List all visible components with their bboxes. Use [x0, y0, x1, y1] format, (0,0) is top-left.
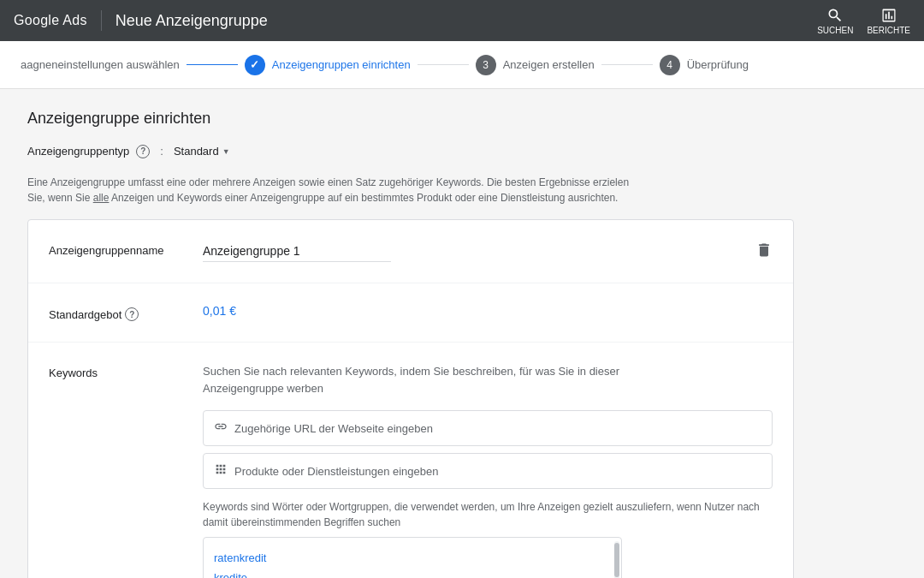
- name-input[interactable]: [203, 241, 391, 262]
- trash-icon: [755, 241, 773, 259]
- search-icon: [826, 7, 844, 24]
- app-header: Google Ads Neue Anzeigengruppe SUCHEN BE…: [0, 0, 924, 41]
- url-placeholder-text: Zugehörige URL der Webseite eingeben: [234, 422, 433, 435]
- bid-field-label: Standardgebot ?: [49, 304, 203, 321]
- description-highlight: alle: [93, 192, 110, 204]
- keywords-textarea[interactable]: ratenkreditkreditekleinkreditgünstige kr…: [203, 537, 622, 578]
- search-button[interactable]: SUCHEN: [817, 7, 853, 35]
- reports-label: BERICHTE: [867, 26, 910, 35]
- connector-1: [187, 64, 238, 65]
- section-title: Anzeigengruppe einrichten: [27, 110, 794, 128]
- keyword-item: kredite: [214, 568, 611, 578]
- step-kampagne: aagneneinstellungen auswählen: [21, 58, 180, 71]
- search-label: SUCHEN: [817, 26, 853, 35]
- page-title: Neue Anzeigengruppe: [116, 12, 268, 30]
- step-anzeigen-label: Anzeigen erstellen: [503, 58, 595, 71]
- keywords-description: Suchen Sie nach relevanten Keywords, ind…: [203, 363, 631, 396]
- name-field-row: Anzeigengruppenname: [28, 220, 793, 283]
- step-anzeigengruppe: Anzeigengruppen einrichten: [245, 55, 411, 75]
- scrollbar-track: [614, 541, 619, 578]
- name-field-label: Anzeigengruppenname: [49, 241, 203, 257]
- step-ueberpruefung-number: 4: [660, 55, 680, 75]
- link-icon: [214, 420, 228, 437]
- step-kampagne-label: aagneneinstellungen auswählen: [21, 58, 180, 71]
- header-divider: [101, 10, 102, 31]
- type-field-label: Anzeigengruppentyp: [27, 145, 129, 158]
- keywords-field-content: Suchen Sie nach relevanten Keywords, ind…: [203, 363, 773, 578]
- url-input-row[interactable]: Zugehörige URL der Webseite eingeben: [203, 410, 773, 446]
- keywords-field-row: Keywords Suchen Sie nach relevanten Keyw…: [28, 343, 793, 578]
- app-logo: Google Ads: [14, 13, 87, 28]
- bid-field-content: 0,01 €: [203, 304, 773, 318]
- description-text: Eine Anzeigengruppe umfasst eine oder me…: [27, 175, 643, 206]
- products-grid-icon: [214, 462, 228, 476]
- step-anzeigen-number: 3: [476, 55, 496, 75]
- keyword-item: ratenkredit: [214, 548, 611, 568]
- main-content: Anzeigengruppe einrichten Anzeigengruppe…: [0, 89, 821, 578]
- step-ueberpruefung-label: Überprüfung: [687, 58, 749, 71]
- products-icon: [214, 462, 228, 480]
- bid-info-icon[interactable]: ?: [125, 307, 139, 321]
- stepper: aagneneinstellungen auswählen Anzeigengr…: [0, 41, 924, 89]
- connector-2: [418, 64, 469, 65]
- step-ueberpruefung: 4 Überprüfung: [660, 55, 749, 75]
- name-field-content: [203, 241, 773, 262]
- scrollbar-thumb: [614, 543, 619, 577]
- reports-icon: [880, 7, 897, 24]
- header-actions: SUCHEN BERICHTE: [817, 7, 910, 35]
- type-info-icon[interactable]: ?: [136, 145, 150, 158]
- keywords-info-text: Keywords sind Wörter oder Wortgruppen, d…: [203, 499, 773, 530]
- url-link-icon: [214, 420, 228, 433]
- products-input-row[interactable]: Produkte oder Dienstleistungen eingeben: [203, 453, 773, 489]
- type-row: Anzeigengruppentyp ? : Standard: [27, 141, 794, 161]
- keywords-list: ratenkreditkreditekleinkreditgünstige kr…: [214, 548, 611, 578]
- form-card: Anzeigengruppenname Standardgebot ?: [27, 219, 794, 578]
- reports-button[interactable]: BERICHTE: [867, 7, 910, 35]
- name-input-row: [203, 241, 773, 262]
- type-value: Standard: [174, 145, 219, 158]
- step-checkmark: [245, 55, 265, 75]
- products-placeholder-text: Produkte oder Dienstleistungen eingeben: [234, 465, 439, 478]
- step-anzeigen: 3 Anzeigen erstellen: [476, 55, 595, 75]
- connector-3: [601, 64, 653, 65]
- keywords-field-label: Keywords: [49, 363, 203, 379]
- bid-value: 0,01 €: [203, 304, 236, 318]
- step-anzeigengruppe-label: Anzeigengruppen einrichten: [272, 58, 411, 71]
- type-dropdown[interactable]: Standard: [174, 141, 230, 161]
- delete-button[interactable]: [755, 241, 773, 261]
- bid-field-row: Standardgebot ? 0,01 €: [28, 283, 793, 343]
